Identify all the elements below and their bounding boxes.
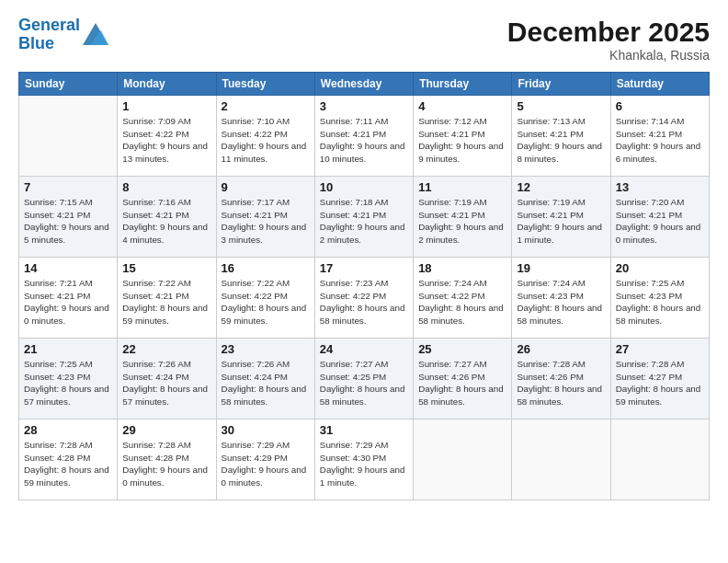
sunset-text: Sunset: 4:21 PM bbox=[616, 129, 682, 139]
sunset-text: Sunset: 4:21 PM bbox=[320, 210, 386, 220]
day-number: 12 bbox=[517, 180, 605, 194]
sunset-text: Sunset: 4:26 PM bbox=[418, 372, 484, 382]
sunrise-text: Sunrise: 7:16 AM bbox=[122, 197, 191, 207]
day-info: Sunrise: 7:29 AMSunset: 4:30 PMDaylight:… bbox=[320, 439, 408, 489]
day-info: Sunrise: 7:22 AMSunset: 4:21 PMDaylight:… bbox=[122, 277, 210, 327]
day-number: 18 bbox=[418, 261, 506, 275]
calendar-day-cell: 6Sunrise: 7:14 AMSunset: 4:21 PMDaylight… bbox=[610, 96, 709, 177]
header: GeneralBlue December 2025 Khankala, Russ… bbox=[18, 17, 710, 63]
calendar-day-cell: 19Sunrise: 7:24 AMSunset: 4:23 PMDayligh… bbox=[512, 258, 610, 339]
sunset-text: Sunset: 4:21 PM bbox=[122, 291, 188, 301]
sunset-text: Sunset: 4:24 PM bbox=[122, 372, 188, 382]
daylight-text: Daylight: 8 hours and 58 minutes. bbox=[418, 303, 504, 326]
daylight-text: Daylight: 9 hours and 11 minutes. bbox=[222, 141, 307, 164]
calendar-day-cell: 2Sunrise: 7:10 AMSunset: 4:22 PMDaylight… bbox=[216, 96, 314, 177]
day-number: 23 bbox=[222, 342, 310, 356]
daylight-text: Daylight: 9 hours and 1 minute. bbox=[517, 222, 602, 245]
daylight-text: Daylight: 8 hours and 58 minutes. bbox=[517, 303, 602, 326]
sunset-text: Sunset: 4:22 PM bbox=[222, 291, 288, 301]
calendar-week-row: 28Sunrise: 7:28 AMSunset: 4:28 PMDayligh… bbox=[19, 419, 710, 500]
daylight-text: Daylight: 8 hours and 59 minutes. bbox=[616, 384, 701, 407]
day-number: 16 bbox=[222, 261, 310, 275]
calendar-day-cell: 25Sunrise: 7:27 AMSunset: 4:26 PMDayligh… bbox=[414, 339, 512, 419]
sunset-text: Sunset: 4:22 PM bbox=[222, 129, 288, 139]
calendar-day-cell: 28Sunrise: 7:28 AMSunset: 4:28 PMDayligh… bbox=[19, 419, 118, 500]
day-info: Sunrise: 7:10 AMSunset: 4:22 PMDaylight:… bbox=[222, 115, 310, 166]
day-number: 17 bbox=[320, 261, 408, 275]
day-info: Sunrise: 7:25 AMSunset: 4:23 PMDaylight:… bbox=[24, 358, 112, 408]
daylight-text: Daylight: 9 hours and 2 minutes. bbox=[320, 222, 405, 245]
calendar-day-cell: 10Sunrise: 7:18 AMSunset: 4:21 PMDayligh… bbox=[314, 177, 413, 258]
day-info: Sunrise: 7:29 AMSunset: 4:29 PMDaylight:… bbox=[222, 439, 310, 489]
sunrise-text: Sunrise: 7:27 AM bbox=[418, 359, 487, 369]
calendar-day-cell: 27Sunrise: 7:28 AMSunset: 4:27 PMDayligh… bbox=[610, 339, 709, 419]
calendar-day-cell: 5Sunrise: 7:13 AMSunset: 4:21 PMDaylight… bbox=[512, 96, 610, 177]
sunrise-text: Sunrise: 7:28 AM bbox=[24, 440, 93, 450]
sunset-text: Sunset: 4:21 PM bbox=[616, 210, 682, 220]
daylight-text: Daylight: 9 hours and 0 minutes. bbox=[222, 465, 307, 488]
day-number: 25 bbox=[418, 342, 506, 356]
sunset-text: Sunset: 4:21 PM bbox=[418, 210, 484, 220]
daylight-text: Daylight: 9 hours and 5 minutes. bbox=[24, 222, 109, 245]
sunset-text: Sunset: 4:28 PM bbox=[24, 453, 90, 463]
calendar-day-cell bbox=[610, 419, 709, 500]
daylight-text: Daylight: 9 hours and 13 minutes. bbox=[122, 141, 208, 164]
sunrise-text: Sunrise: 7:25 AM bbox=[24, 359, 93, 369]
logo-text: GeneralBlue bbox=[18, 17, 80, 53]
day-info: Sunrise: 7:28 AMSunset: 4:28 PMDaylight:… bbox=[122, 439, 210, 489]
daylight-text: Daylight: 8 hours and 57 minutes. bbox=[24, 384, 109, 407]
day-number: 27 bbox=[616, 342, 704, 356]
day-info: Sunrise: 7:14 AMSunset: 4:21 PMDaylight:… bbox=[616, 115, 704, 166]
sunrise-text: Sunrise: 7:28 AM bbox=[517, 359, 586, 369]
calendar-day-cell bbox=[512, 419, 610, 500]
sunrise-text: Sunrise: 7:21 AM bbox=[24, 278, 93, 288]
day-info: Sunrise: 7:21 AMSunset: 4:21 PMDaylight:… bbox=[24, 277, 112, 327]
day-number: 26 bbox=[517, 342, 605, 356]
sunrise-text: Sunrise: 7:19 AM bbox=[418, 197, 487, 207]
sunset-text: Sunset: 4:27 PM bbox=[616, 372, 682, 382]
day-number: 13 bbox=[616, 180, 704, 194]
sunrise-text: Sunrise: 7:27 AM bbox=[320, 359, 389, 369]
day-number: 7 bbox=[24, 180, 112, 194]
sunrise-text: Sunrise: 7:23 AM bbox=[320, 278, 389, 288]
day-number: 24 bbox=[320, 342, 408, 356]
sunrise-text: Sunrise: 7:22 AM bbox=[122, 278, 191, 288]
sunrise-text: Sunrise: 7:13 AM bbox=[517, 116, 586, 126]
daylight-text: Daylight: 8 hours and 59 minutes. bbox=[122, 303, 208, 326]
day-info: Sunrise: 7:17 AMSunset: 4:21 PMDaylight:… bbox=[222, 196, 310, 247]
sunset-text: Sunset: 4:21 PM bbox=[320, 129, 386, 139]
calendar-day-cell: 16Sunrise: 7:22 AMSunset: 4:22 PMDayligh… bbox=[216, 258, 314, 339]
day-info: Sunrise: 7:28 AMSunset: 4:27 PMDaylight:… bbox=[616, 358, 704, 408]
daylight-text: Daylight: 8 hours and 59 minutes. bbox=[222, 303, 307, 326]
daylight-text: Daylight: 9 hours and 3 minutes. bbox=[222, 222, 307, 245]
day-number: 4 bbox=[418, 99, 506, 113]
sunrise-text: Sunrise: 7:12 AM bbox=[418, 116, 487, 126]
day-info: Sunrise: 7:27 AMSunset: 4:25 PMDaylight:… bbox=[320, 358, 408, 408]
calendar-week-row: 14Sunrise: 7:21 AMSunset: 4:21 PMDayligh… bbox=[19, 258, 710, 339]
day-number: 31 bbox=[320, 423, 408, 437]
day-number: 15 bbox=[122, 261, 210, 275]
calendar-day-cell: 18Sunrise: 7:24 AMSunset: 4:22 PMDayligh… bbox=[414, 258, 512, 339]
daylight-text: Daylight: 9 hours and 1 minute. bbox=[320, 465, 405, 488]
day-number: 28 bbox=[24, 423, 112, 437]
daylight-text: Daylight: 8 hours and 58 minutes. bbox=[222, 384, 307, 407]
sunset-text: Sunset: 4:21 PM bbox=[24, 291, 90, 301]
calendar-day-cell: 7Sunrise: 7:15 AMSunset: 4:21 PMDaylight… bbox=[19, 177, 118, 258]
calendar-day-cell: 12Sunrise: 7:19 AMSunset: 4:21 PMDayligh… bbox=[512, 177, 610, 258]
sunset-text: Sunset: 4:22 PM bbox=[320, 291, 386, 301]
sunset-text: Sunset: 4:21 PM bbox=[517, 210, 583, 220]
sunrise-text: Sunrise: 7:20 AM bbox=[616, 197, 685, 207]
sunset-text: Sunset: 4:21 PM bbox=[122, 210, 188, 220]
calendar-day-cell bbox=[19, 96, 118, 177]
logo: GeneralBlue bbox=[18, 17, 108, 53]
calendar-header-row: SundayMondayTuesdayWednesdayThursdayFrid… bbox=[19, 73, 710, 96]
calendar-day-cell: 20Sunrise: 7:25 AMSunset: 4:23 PMDayligh… bbox=[610, 258, 709, 339]
calendar-day-cell: 21Sunrise: 7:25 AMSunset: 4:23 PMDayligh… bbox=[19, 339, 118, 419]
calendar-day-cell: 17Sunrise: 7:23 AMSunset: 4:22 PMDayligh… bbox=[314, 258, 413, 339]
day-info: Sunrise: 7:15 AMSunset: 4:21 PMDaylight:… bbox=[24, 196, 112, 247]
sunset-text: Sunset: 4:23 PM bbox=[24, 372, 90, 382]
calendar-day-cell bbox=[414, 419, 512, 500]
calendar-day-cell: 22Sunrise: 7:26 AMSunset: 4:24 PMDayligh… bbox=[118, 339, 216, 419]
day-info: Sunrise: 7:12 AMSunset: 4:21 PMDaylight:… bbox=[418, 115, 506, 166]
month-title: December 2025 bbox=[507, 17, 710, 48]
